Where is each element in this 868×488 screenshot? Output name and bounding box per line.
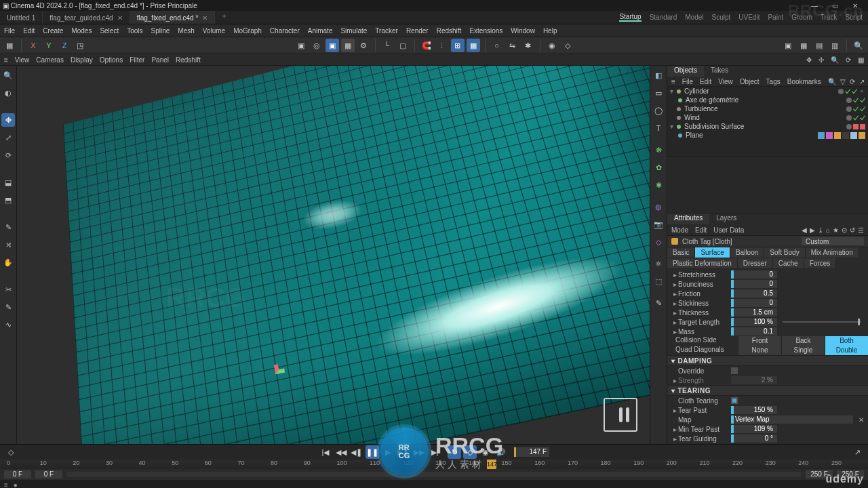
- main-menu-item[interactable]: Edit: [23, 27, 35, 35]
- nav-back-icon[interactable]: ◀: [802, 226, 807, 234]
- nav-home-icon[interactable]: ⌂: [826, 226, 830, 234]
- next-frame-button[interactable]: ▶❚: [397, 445, 410, 459]
- hamburger-icon[interactable]: ≡: [4, 481, 8, 489]
- range-track[interactable]: [66, 472, 802, 477]
- subtab[interactable]: Forces: [804, 258, 837, 269]
- main-menu-item[interactable]: Spline: [151, 27, 170, 35]
- simulation-icon[interactable]: ⚛: [652, 257, 665, 270]
- seg-option[interactable]: Both: [825, 336, 868, 346]
- move-tool-icon[interactable]: ✥: [1, 113, 15, 127]
- attr-menu-item[interactable]: Mode: [671, 226, 688, 234]
- expand-icon[interactable]: ↗: [859, 78, 865, 85]
- tag-icon[interactable]: [818, 132, 825, 139]
- go-end-button[interactable]: ▶|: [428, 445, 441, 459]
- objects-tab[interactable]: Objects: [667, 66, 704, 77]
- expand-arrow-icon[interactable]: ▸: [671, 290, 678, 298]
- expand-arrow-icon[interactable]: ▸: [671, 271, 678, 279]
- placement-tool-icon[interactable]: ⬓: [1, 176, 15, 189]
- render-region-icon[interactable]: ▣: [326, 39, 339, 52]
- objects-menu-item[interactable]: View: [718, 78, 733, 85]
- main-menu-item[interactable]: Redshift: [437, 27, 462, 35]
- objects-menu-item[interactable]: Bookmarks: [787, 78, 821, 85]
- view-menu-item[interactable]: Display: [71, 56, 93, 64]
- timeline-ruler[interactable]: 147 010203040506070809010011012013014015…: [0, 460, 868, 469]
- objects-menu-item[interactable]: Object: [740, 78, 760, 85]
- workspace-tab[interactable]: Startup: [619, 13, 641, 22]
- nav-refresh-icon[interactable]: ↺: [850, 226, 855, 234]
- render-settings-icon[interactable]: ⚙: [357, 39, 370, 52]
- axis-x-toggle[interactable]: X: [26, 39, 40, 52]
- main-menu-item[interactable]: Animate: [308, 27, 333, 35]
- subtab[interactable]: Dresser: [738, 258, 773, 269]
- object-row[interactable]: ▾ Cylinder ▫: [667, 87, 868, 96]
- nav-star-icon[interactable]: ★: [833, 226, 839, 234]
- object-row[interactable]: Plane: [667, 131, 868, 140]
- view-menu-item[interactable]: Filter: [130, 56, 144, 64]
- prop-value[interactable]: 0: [731, 270, 777, 279]
- tag-icon[interactable]: [850, 132, 857, 139]
- symmetry-icon[interactable]: ⇋: [506, 39, 519, 52]
- object-row[interactable]: Axe de géométrie: [667, 96, 868, 104]
- tag-icon[interactable]: [859, 132, 865, 139]
- deformer-icon[interactable]: ◍: [652, 200, 665, 214]
- override-checkbox[interactable]: [731, 367, 738, 374]
- expand-arrow-icon[interactable]: ▸: [671, 377, 678, 384]
- view-menu-item[interactable]: Panel: [151, 56, 169, 64]
- object-tree[interactable]: ▾ Cylinder ▫ Axe de géométrie Turbulence: [667, 87, 868, 157]
- node-editor-icon[interactable]: ▤: [812, 39, 826, 52]
- symmetry-plane-icon[interactable]: ✱: [521, 39, 535, 52]
- autokey-button[interactable]: ◇: [463, 445, 477, 459]
- main-menu-item[interactable]: Help: [543, 27, 557, 35]
- sculpt-tool-icon[interactable]: ✋: [1, 256, 15, 269]
- render-picture-viewer-icon[interactable]: ▣: [294, 39, 308, 52]
- soft-selection-icon[interactable]: ○: [490, 39, 504, 52]
- viewport-nav-zoom-icon[interactable]: 🔍: [831, 56, 839, 64]
- expand-arrow-icon[interactable]: ▸: [671, 309, 678, 317]
- damping-section[interactable]: ▾DAMPING: [667, 355, 868, 366]
- main-menu-item[interactable]: Create: [43, 27, 63, 35]
- scene-nodes-icon[interactable]: ⬚: [652, 274, 665, 288]
- workspace-tab[interactable]: Model: [685, 14, 703, 21]
- snap-point-icon[interactable]: ⋮: [435, 39, 449, 52]
- main-menu-item[interactable]: MoGraph: [233, 27, 262, 35]
- record-button[interactable]: ◉: [479, 445, 492, 459]
- brush-tool-icon[interactable]: ✎: [1, 220, 15, 234]
- seg-option[interactable]: Back: [781, 336, 825, 346]
- object-row[interactable]: ▾ Subdivision Surface: [667, 122, 868, 131]
- knife-tool-icon[interactable]: ✂: [1, 283, 15, 296]
- main-menu-item[interactable]: Volume: [203, 27, 225, 35]
- main-menu-item[interactable]: Simulate: [340, 27, 367, 35]
- coord-system-icon[interactable]: ◳: [73, 39, 87, 52]
- material-manager-icon[interactable]: ▦: [797, 39, 810, 52]
- tag-icon[interactable]: ▫: [859, 87, 865, 95]
- main-menu-item[interactable]: Window: [511, 27, 535, 35]
- asset-browser-icon[interactable]: ▥: [828, 39, 842, 52]
- fields-icon[interactable]: ✱: [652, 178, 665, 192]
- locked-workplane-icon[interactable]: └: [380, 39, 394, 52]
- preset-dropdown[interactable]: Custom: [802, 237, 864, 245]
- seg-option[interactable]: Single: [781, 346, 825, 355]
- prop-value[interactable]: 0.1: [731, 327, 777, 336]
- viewport[interactable]: RRCG: [17, 66, 650, 444]
- prop-value[interactable]: 0: [731, 299, 777, 307]
- snap-grid-icon[interactable]: ⊞: [451, 39, 465, 52]
- seg-option[interactable]: Front: [738, 336, 781, 346]
- go-start-button[interactable]: |◀: [319, 445, 332, 459]
- clear-field-icon[interactable]: ✕: [859, 416, 864, 424]
- object-row[interactable]: Wind: [667, 113, 868, 122]
- dynamic-place-tool-icon[interactable]: ⬒: [1, 193, 15, 207]
- document-tab[interactable]: flag_fixed_end.c4d * ✕: [130, 11, 216, 24]
- workplane-icon[interactable]: ▢: [396, 39, 410, 52]
- prop-value[interactable]: 1.5 cm: [731, 308, 777, 317]
- cube-primitive-icon[interactable]: ◧: [652, 68, 665, 82]
- hamburger-icon[interactable]: ≡: [671, 78, 675, 85]
- snap-enable-icon[interactable]: 🧲: [420, 39, 433, 52]
- main-menu-item[interactable]: Mesh: [178, 27, 194, 35]
- visibility-dot-icon[interactable]: [846, 98, 852, 103]
- visibility-dot-icon[interactable]: [846, 106, 852, 112]
- attributes-tab[interactable]: Attributes: [667, 214, 709, 224]
- layers-tab[interactable]: Layers: [709, 214, 743, 224]
- search-icon[interactable]: 🔍: [828, 78, 836, 85]
- visibility-dot-icon[interactable]: [846, 124, 852, 129]
- path-tool-icon[interactable]: ∿: [1, 318, 15, 331]
